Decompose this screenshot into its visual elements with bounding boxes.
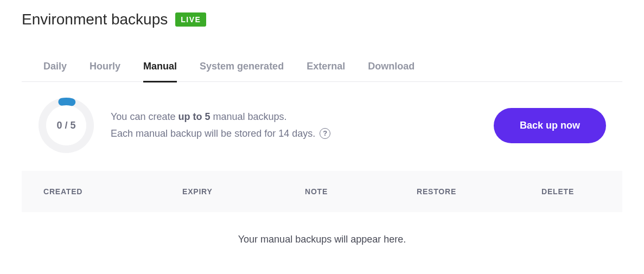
tab-hourly[interactable]: Hourly	[90, 55, 120, 82]
backup-now-button[interactable]: Back up now	[494, 108, 606, 143]
tab-external[interactable]: External	[307, 55, 345, 82]
backup-usage-gauge: 0 / 5	[38, 97, 94, 154]
info-line-2: Each manual backup will be stored for 14…	[111, 125, 477, 142]
tab-system-generated[interactable]: System generated	[200, 55, 284, 82]
info-line1-suffix: manual backups.	[210, 111, 286, 122]
manual-backup-info: 0 / 5 You can create up to 5 manual back…	[22, 82, 622, 171]
column-delete: DELETE	[541, 187, 601, 196]
gauge-label: 0 / 5	[56, 120, 75, 131]
help-icon[interactable]: ?	[320, 128, 330, 139]
tab-download[interactable]: Download	[368, 55, 415, 82]
tab-daily[interactable]: Daily	[43, 55, 67, 82]
info-line1-bold: up to 5	[178, 111, 210, 122]
info-line1-prefix: You can create	[111, 111, 178, 122]
page-header: Environment backups LIVE	[22, 11, 622, 28]
backups-table-header: CREATED EXPIRY NOTE RESTORE DELETE	[22, 171, 622, 212]
live-badge: LIVE	[175, 12, 206, 27]
info-line2-text: Each manual backup will be stored for 14…	[111, 125, 315, 142]
tabs-bar: Daily Hourly Manual System generated Ext…	[22, 55, 622, 82]
info-line-1: You can create up to 5 manual backups.	[111, 109, 477, 125]
column-created: CREATED	[43, 187, 182, 196]
info-text: You can create up to 5 manual backups. E…	[111, 109, 477, 142]
column-note: NOTE	[305, 187, 417, 196]
column-restore: RESTORE	[417, 187, 541, 196]
empty-state-message: Your manual backups will appear here.	[22, 212, 622, 267]
column-expiry: EXPIRY	[182, 187, 305, 196]
tab-manual[interactable]: Manual	[143, 55, 177, 82]
page-title: Environment backups	[22, 11, 168, 28]
